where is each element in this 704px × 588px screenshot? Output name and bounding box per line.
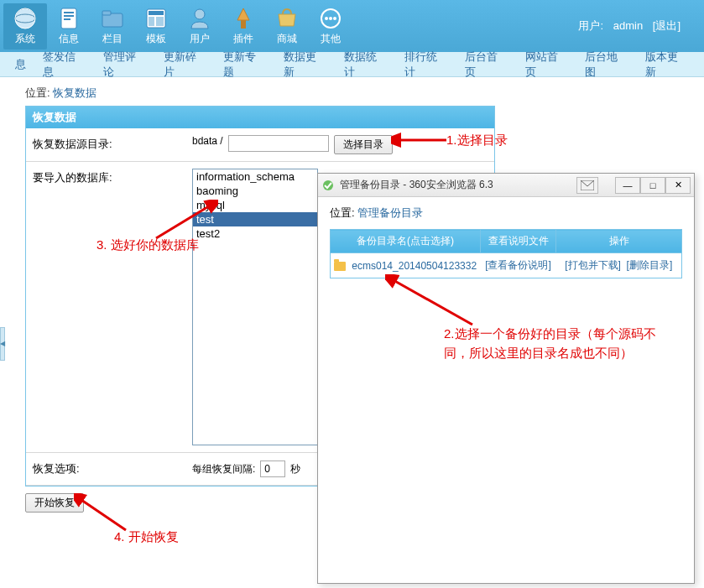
svg-rect-12 bbox=[156, 17, 164, 26]
popup-bc-link[interactable]: 管理备份目录 bbox=[357, 206, 423, 219]
options-label: 恢复选项: bbox=[26, 453, 185, 485]
nav-shop[interactable]: 商城 bbox=[265, 3, 309, 49]
svg-point-13 bbox=[195, 9, 205, 19]
view-desc-link[interactable]: [查看备份说明] bbox=[485, 259, 551, 271]
pack-download-link[interactable]: [打包并下载] bbox=[565, 259, 621, 271]
backup-table: 备份目录名(点击选择) 查看说明文件 操作 ecms014_2014050412… bbox=[330, 229, 682, 278]
source-dir-label: 恢复数据源目录: bbox=[26, 128, 185, 161]
template-icon bbox=[144, 7, 168, 30]
subnav-item[interactable]: 排行统计 bbox=[396, 49, 456, 80]
breadcrumb-label: 位置: bbox=[25, 86, 50, 99]
popup-bc-label: 位置: bbox=[330, 206, 355, 219]
nav-label: 信息 bbox=[59, 32, 79, 46]
list-item[interactable]: test bbox=[193, 212, 317, 226]
sub-nav: 息 签发信息 管理评论 更新碎片 更新专题 数据更新 数据统计 排行统计 后台首… bbox=[0, 52, 704, 77]
other-icon bbox=[319, 7, 342, 30]
user-icon bbox=[188, 7, 211, 30]
breadcrumb-link[interactable]: 恢复数据 bbox=[53, 86, 96, 99]
nav-template[interactable]: 模板 bbox=[134, 3, 178, 49]
list-item[interactable]: baoming bbox=[193, 184, 317, 198]
annotation-4: 4. 开始恢复 bbox=[114, 529, 179, 545]
svg-rect-5 bbox=[64, 15, 74, 17]
panel-header: 恢复数据 bbox=[26, 107, 494, 128]
plugin-icon bbox=[232, 7, 255, 30]
subnav-item[interactable]: 更新专题 bbox=[215, 49, 275, 80]
svg-point-22 bbox=[323, 180, 333, 190]
svg-point-18 bbox=[333, 17, 336, 20]
subnav-item[interactable]: 网站首页 bbox=[517, 49, 577, 80]
annotation-2: 2.选择一个备份好的目录（每个源码不同，所以这里的目录名成也不同） bbox=[444, 325, 679, 362]
close-button[interactable]: ✕ bbox=[665, 177, 691, 194]
interval-label: 每组恢复间隔: bbox=[192, 462, 255, 476]
row-source-dir: 恢复数据源目录: bdata / 选择目录 bbox=[26, 128, 494, 162]
folder-icon bbox=[334, 262, 346, 271]
svg-rect-10 bbox=[149, 11, 164, 15]
nav-label: 系统 bbox=[15, 32, 35, 46]
popup-titlebar[interactable]: 管理备份目录 - 360安全浏览器 6.3 — □ ✕ bbox=[318, 174, 694, 197]
popup-breadcrumb: 位置: 管理备份目录 bbox=[330, 206, 682, 221]
subnav-item[interactable]: 管理评论 bbox=[95, 49, 155, 80]
list-item[interactable]: information_schema bbox=[193, 169, 317, 184]
subnav-item[interactable]: 更新碎片 bbox=[155, 49, 216, 80]
subnav-item[interactable]: 版本更新 bbox=[637, 49, 697, 80]
database-listbox[interactable]: information_schema baoming mysql test te… bbox=[192, 169, 318, 445]
svg-rect-6 bbox=[64, 18, 70, 20]
nav-system[interactable]: 系统 bbox=[3, 3, 47, 49]
popup-title: 管理备份目录 - 360安全浏览器 6.3 bbox=[340, 178, 576, 192]
th-name: 备份目录名(点击选择) bbox=[331, 230, 481, 253]
table-row: ecms014_20140504123332 [查看备份说明] [打包并下载] … bbox=[331, 253, 682, 278]
logout-link[interactable]: [退出] bbox=[653, 19, 681, 32]
nav-label: 用户 bbox=[190, 32, 210, 46]
svg-rect-8 bbox=[102, 11, 111, 15]
choose-dir-button[interactable]: 选择目录 bbox=[334, 135, 393, 154]
nav-plugin[interactable]: 插件 bbox=[222, 3, 265, 49]
globe-icon bbox=[13, 7, 37, 30]
user-info: 用户: admin [退出] bbox=[575, 18, 701, 34]
nav-user[interactable]: 用户 bbox=[178, 3, 222, 49]
list-item[interactable]: test2 bbox=[193, 226, 317, 241]
doc-icon bbox=[57, 7, 81, 30]
browser-favicon-icon bbox=[321, 179, 335, 192]
nav-label: 插件 bbox=[233, 32, 253, 46]
nav-label: 模板 bbox=[146, 32, 166, 46]
popup-window: 管理备份目录 - 360安全浏览器 6.3 — □ ✕ 位置: 管理备份目录 备… bbox=[317, 173, 695, 584]
subnav-item[interactable]: 息 bbox=[7, 57, 34, 72]
start-restore-button[interactable]: 开始恢复 bbox=[25, 493, 84, 513]
list-item[interactable]: mysql bbox=[193, 198, 317, 212]
bdata-input[interactable] bbox=[228, 135, 329, 152]
nav-label: 栏目 bbox=[102, 32, 123, 46]
subnav-item[interactable]: 后台首页 bbox=[456, 49, 517, 80]
subnav-item[interactable]: 签发信息 bbox=[34, 49, 95, 80]
maximize-button[interactable]: □ bbox=[640, 177, 665, 194]
nav-info[interactable]: 信息 bbox=[47, 3, 91, 49]
svg-point-16 bbox=[325, 17, 328, 20]
nav-label: 商城 bbox=[277, 32, 297, 46]
svg-rect-11 bbox=[149, 17, 154, 26]
th-ops: 操作 bbox=[556, 230, 682, 253]
mail-button[interactable] bbox=[576, 177, 598, 194]
svg-rect-4 bbox=[64, 12, 74, 13]
bdata-prefix: bdata / bbox=[192, 135, 223, 147]
nav-other[interactable]: 其他 bbox=[309, 3, 352, 49]
breadcrumb: 位置: 恢复数据 bbox=[25, 86, 704, 101]
backup-dir-link[interactable]: ecms014_20140504123332 bbox=[352, 260, 477, 272]
top-nav: 系统 信息 栏目 模板 用户 插件 商城 bbox=[0, 0, 704, 52]
th-view: 查看说明文件 bbox=[481, 230, 556, 253]
database-label: 要导入的数据库: bbox=[26, 162, 185, 452]
nav-column[interactable]: 栏目 bbox=[91, 3, 134, 49]
interval-input[interactable] bbox=[260, 461, 285, 477]
interval-unit: 秒 bbox=[290, 462, 300, 476]
minimize-button[interactable]: — bbox=[615, 177, 640, 194]
svg-rect-14 bbox=[241, 20, 246, 29]
folder-icon bbox=[101, 7, 124, 30]
subnav-item[interactable]: 数据更新 bbox=[275, 49, 336, 80]
nav-label: 其他 bbox=[321, 32, 341, 46]
shop-icon bbox=[275, 7, 299, 30]
username: admin bbox=[613, 19, 643, 32]
subnav-item[interactable]: 后台地图 bbox=[576, 49, 637, 80]
svg-point-17 bbox=[329, 17, 332, 20]
delete-dir-link[interactable]: [删除目录] bbox=[627, 259, 673, 271]
user-label: 用户: bbox=[578, 19, 603, 32]
subnav-item[interactable]: 数据统计 bbox=[336, 49, 396, 80]
